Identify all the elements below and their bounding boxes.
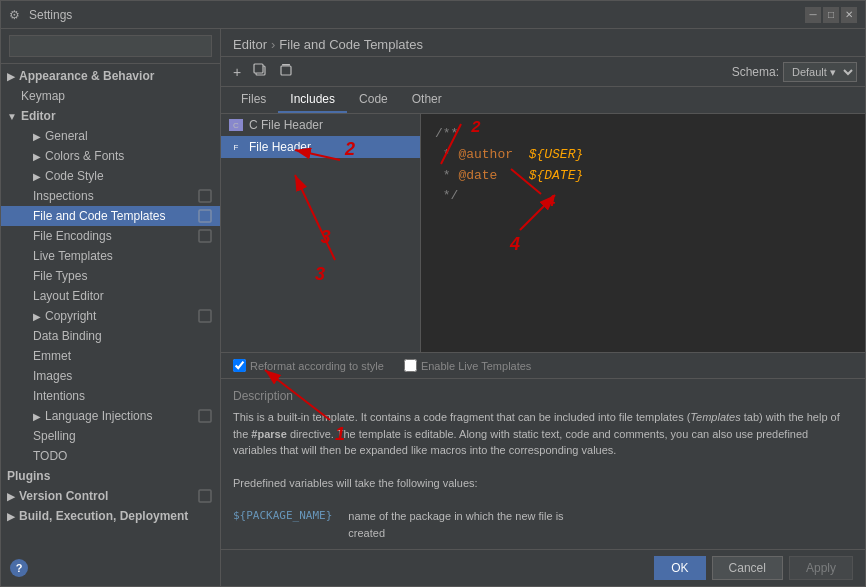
sidebar-item-colors-fonts[interactable]: ▶ Colors & Fonts xyxy=(1,146,220,166)
right-panel: Editor › File and Code Templates + Schem… xyxy=(221,29,865,586)
sidebar-item-intentions[interactable]: Intentions xyxy=(1,386,220,406)
sidebar-item-keymap[interactable]: Keymap xyxy=(1,86,220,106)
ok-button[interactable]: OK xyxy=(654,556,705,580)
file-item-label: File Header xyxy=(249,140,311,154)
sidebar-item-emmet[interactable]: Emmet xyxy=(1,346,220,366)
sidebar-item-label: Colors & Fonts xyxy=(45,149,124,163)
var-desc: name of the package in which the new fil… xyxy=(348,508,563,541)
panel-toolbar: + Schema: Default ▾ xyxy=(221,57,865,87)
schema-dropdown[interactable]: Default ▾ xyxy=(783,62,857,82)
sidebar: ▶ Appearance & Behavior Keymap ▼ Editor … xyxy=(1,29,221,586)
arrow-icon: ▶ xyxy=(33,131,41,142)
window-controls: ─ □ ✕ xyxy=(805,7,857,23)
bottom-strip: Reformat according to style Enable Live … xyxy=(221,352,865,549)
title-bar: ⚙ Settings ─ □ ✕ xyxy=(1,1,865,29)
sidebar-item-language-injections[interactable]: ▶ Language Injections xyxy=(1,406,220,426)
sidebar-item-label: File Types xyxy=(33,269,87,283)
sidebar-item-label: Live Templates xyxy=(33,249,113,263)
description-label: Description xyxy=(233,387,853,405)
code-editor[interactable]: /** * @author ${USER} * @date ${DATE} */ xyxy=(421,114,865,352)
sidebar-item-data-binding[interactable]: Data Binding xyxy=(1,326,220,346)
sidebar-item-label: Appearance & Behavior xyxy=(19,69,154,83)
breadcrumb-part1: Editor xyxy=(233,37,267,52)
tab-files[interactable]: Files xyxy=(229,87,278,113)
list-item[interactable]: C C File Header xyxy=(221,114,420,136)
apply-button[interactable]: Apply xyxy=(789,556,853,580)
code-line: * @date ${DATE} xyxy=(435,166,851,187)
svg-rect-7 xyxy=(254,64,263,73)
sidebar-item-live-templates[interactable]: Live Templates xyxy=(1,246,220,266)
tab-code[interactable]: Code xyxy=(347,87,400,113)
sidebar-item-inspections[interactable]: Inspections xyxy=(1,186,220,206)
main-content: ▶ Appearance & Behavior Keymap ▼ Editor … xyxy=(1,29,865,586)
sidebar-item-file-types[interactable]: File Types xyxy=(1,266,220,286)
reformat-checkbox[interactable] xyxy=(233,359,246,372)
add-button[interactable]: + xyxy=(229,62,245,82)
badge-icon xyxy=(198,309,212,323)
settings-window: ⚙ Settings ─ □ ✕ ▶ Appearance & Behavior… xyxy=(0,0,866,587)
minimize-button[interactable]: ─ xyxy=(805,7,821,23)
sidebar-item-code-style[interactable]: ▶ Code Style xyxy=(1,166,220,186)
list-item[interactable]: F File Header xyxy=(221,136,420,158)
tab-includes[interactable]: Includes xyxy=(278,87,347,113)
file-item-label: C File Header xyxy=(249,118,323,132)
sidebar-item-appearance[interactable]: ▶ Appearance & Behavior xyxy=(1,66,220,86)
close-button[interactable]: ✕ xyxy=(841,7,857,23)
sidebar-item-label: Spelling xyxy=(33,429,76,443)
arrow-icon: ▶ xyxy=(7,511,15,522)
panel-header: Editor › File and Code Templates xyxy=(221,29,865,57)
svg-rect-3 xyxy=(199,310,211,322)
svg-rect-4 xyxy=(199,410,211,422)
delete-icon xyxy=(279,63,293,77)
sidebar-item-spelling[interactable]: Spelling xyxy=(1,426,220,446)
sidebar-item-version-control[interactable]: ▶ Version Control xyxy=(1,486,220,506)
sidebar-item-label: Emmet xyxy=(33,349,71,363)
sidebar-item-file-code-templates[interactable]: File and Code Templates xyxy=(1,206,220,226)
settings-icon: ⚙ xyxy=(9,8,23,22)
sidebar-item-todo[interactable]: TODO xyxy=(1,446,220,466)
schema-section: Schema: Default ▾ xyxy=(732,62,857,82)
badge-icon xyxy=(198,209,212,223)
svg-rect-8 xyxy=(282,64,290,66)
sidebar-item-label: General xyxy=(45,129,88,143)
tab-other[interactable]: Other xyxy=(400,87,454,113)
sidebar-item-copyright[interactable]: ▶ Copyright xyxy=(1,306,220,326)
sidebar-item-layout-editor[interactable]: Layout Editor xyxy=(1,286,220,306)
sidebar-item-label: Code Style xyxy=(45,169,104,183)
copy-button[interactable] xyxy=(249,61,271,82)
sidebar-item-label: Data Binding xyxy=(33,329,102,343)
live-templates-checkbox-label[interactable]: Enable Live Templates xyxy=(404,359,531,372)
sidebar-item-label: Editor xyxy=(21,109,56,123)
c-file-icon: C xyxy=(229,119,243,131)
sidebar-item-label: Version Control xyxy=(19,489,108,503)
svg-rect-0 xyxy=(199,190,211,202)
maximize-button[interactable]: □ xyxy=(823,7,839,23)
sidebar-item-label: Intentions xyxy=(33,389,85,403)
sidebar-item-label: TODO xyxy=(33,449,67,463)
live-templates-checkbox[interactable] xyxy=(404,359,417,372)
sidebar-item-build-execution[interactable]: ▶ Build, Execution, Deployment xyxy=(1,506,220,526)
sidebar-item-file-encodings[interactable]: File Encodings xyxy=(1,226,220,246)
cancel-button[interactable]: Cancel xyxy=(712,556,783,580)
svg-rect-5 xyxy=(199,490,211,502)
reformat-checkbox-label[interactable]: Reformat according to style xyxy=(233,359,384,372)
help-button[interactable]: ? xyxy=(10,559,28,577)
copy-icon xyxy=(253,63,267,77)
split-area: C C File Header F File Header 3 /* xyxy=(221,114,865,352)
search-bar xyxy=(1,29,220,64)
annotation-3: 3 xyxy=(321,227,331,248)
sidebar-item-general[interactable]: ▶ General xyxy=(1,126,220,146)
sidebar-item-label: File Encodings xyxy=(33,229,112,243)
search-input[interactable] xyxy=(9,35,212,57)
sidebar-item-images[interactable]: Images xyxy=(1,366,220,386)
sidebar-item-editor[interactable]: ▼ Editor xyxy=(1,106,220,126)
arrow-icon: ▶ xyxy=(33,411,41,422)
sidebar-item-label: Build, Execution, Deployment xyxy=(19,509,188,523)
sidebar-item-plugins[interactable]: Plugins xyxy=(1,466,220,486)
delete-button[interactable] xyxy=(275,61,297,82)
sidebar-item-label: Keymap xyxy=(21,89,65,103)
badge-icon xyxy=(198,189,212,203)
badge-icon xyxy=(198,229,212,243)
live-templates-label: Enable Live Templates xyxy=(421,360,531,372)
file-list: C C File Header F File Header 3 xyxy=(221,114,421,352)
